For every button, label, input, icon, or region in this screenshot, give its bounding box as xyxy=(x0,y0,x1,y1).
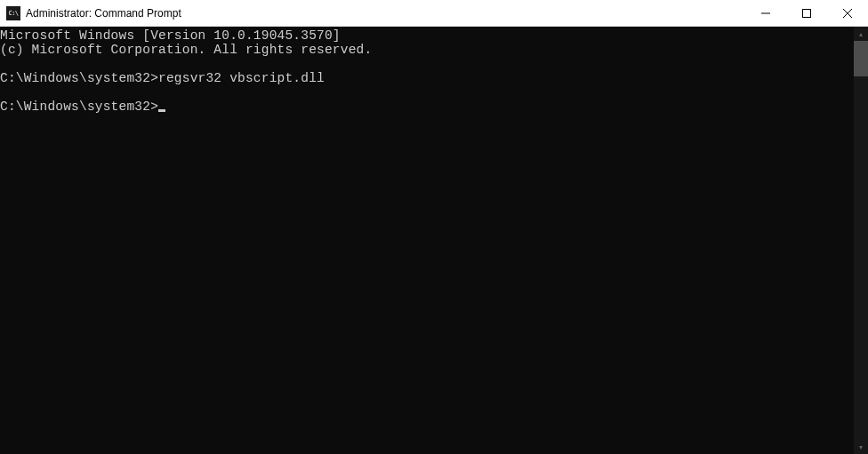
window-controls xyxy=(745,0,868,26)
cmd-icon: C:\ xyxy=(6,6,20,20)
scrollbar[interactable]: ▴ ▾ xyxy=(854,27,868,454)
cursor xyxy=(158,109,165,112)
svg-rect-1 xyxy=(803,9,811,17)
scroll-down-icon[interactable]: ▾ xyxy=(854,440,868,454)
console-line: (c) Microsoft Corporation. All rights re… xyxy=(0,43,372,57)
prompt: C:\Windows\system32> xyxy=(0,100,158,114)
minimize-button[interactable] xyxy=(745,0,786,26)
console-line: Microsoft Windows [Version 10.0.19045.35… xyxy=(0,28,341,43)
prompt: C:\Windows\system32> xyxy=(0,71,158,85)
window-title: Administrator: Command Prompt xyxy=(26,7,745,20)
scroll-up-icon[interactable]: ▴ xyxy=(854,27,868,41)
maximize-button[interactable] xyxy=(786,0,827,26)
console-content[interactable]: Microsoft Windows [Version 10.0.19045.35… xyxy=(0,27,854,454)
scroll-thumb[interactable] xyxy=(854,41,868,76)
close-button[interactable] xyxy=(827,0,868,26)
command-text: regsvr32 vbscript.dll xyxy=(158,71,325,85)
console-area: Microsoft Windows [Version 10.0.19045.35… xyxy=(0,27,868,454)
title-bar: C:\ Administrator: Command Prompt xyxy=(0,0,868,27)
